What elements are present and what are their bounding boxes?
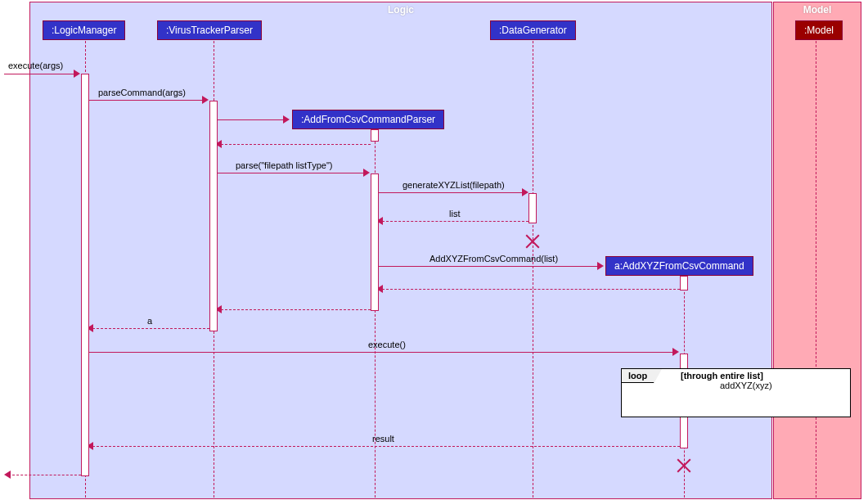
msg-final-return-arrow <box>0 471 11 479</box>
destroy-add-xyz-command <box>677 458 691 473</box>
msg-execute-line <box>89 352 677 353</box>
frame-logic: Logic <box>29 2 772 499</box>
msg-parse-command-line <box>89 100 206 101</box>
participant-model: :Model <box>795 20 843 40</box>
activation-add-xyz-cmd-1 <box>680 276 688 291</box>
participant-add-xyz-from-csv-command: a:AddXYZFromCsvCommand <box>605 256 753 276</box>
msg-parser-return-line <box>221 309 371 310</box>
activation-virus-tracker-parser <box>209 101 218 331</box>
participant-logic-manager: :LogicManager <box>43 20 125 40</box>
participant-data-generator: :DataGenerator <box>490 20 576 40</box>
loop-condition: [through entire list] <box>681 371 763 381</box>
msg-generate-list-label: generateXYZList(filepath) <box>403 180 505 190</box>
msg-final-return-line <box>8 475 81 475</box>
msg-a-return-label: a <box>147 316 152 326</box>
msg-parse-filepath-label: parse("filepath listType") <box>236 160 332 170</box>
participant-virus-tracker-parser: :VirusTrackerParser <box>157 20 262 40</box>
loop-fragment: loop [through entire list] <box>621 368 851 417</box>
loop-label: loop <box>622 369 654 383</box>
lifeline-data-generator <box>533 41 533 498</box>
msg-result-label: result <box>372 434 394 444</box>
msg-list-return-label: list <box>449 209 460 218</box>
destroy-data-generator <box>525 234 540 249</box>
msg-generate-list-line <box>379 192 526 193</box>
msg-parse-command-label: parseCommand(args) <box>98 88 186 97</box>
msg-a-return-line <box>92 328 209 329</box>
activation-add-from-csv-parser-2 <box>371 173 379 311</box>
frame-model-title: Model <box>803 4 832 16</box>
msg-addxyz-label: addXYZ(xyz) <box>720 381 772 390</box>
activation-data-generator <box>528 193 537 223</box>
msg-execute-label: execute() <box>368 340 406 349</box>
frame-model: Model <box>773 2 861 499</box>
msg-create-parser-line <box>218 119 287 120</box>
msg-create-parser-return-line <box>221 144 371 145</box>
msg-list-return-line <box>382 221 528 222</box>
lifeline-model <box>816 41 816 498</box>
msg-addxyz-create-label: AddXYZFromCsvCommand(list) <box>430 254 558 264</box>
msg-addxyz-create-line <box>379 266 601 267</box>
msg-execute-args-line <box>4 74 78 74</box>
msg-result-line <box>92 446 680 447</box>
participant-add-from-csv-command-parser: :AddFromCsvCommandParser <box>292 110 444 129</box>
activation-add-from-csv-parser-1 <box>371 129 379 142</box>
activation-logic-manager <box>81 74 89 476</box>
frame-logic-title: Logic <box>388 4 414 16</box>
msg-addxyz-create-return-line <box>382 289 680 290</box>
msg-parse-filepath-line <box>218 173 367 173</box>
msg-execute-args-label: execute(args) <box>8 61 63 70</box>
